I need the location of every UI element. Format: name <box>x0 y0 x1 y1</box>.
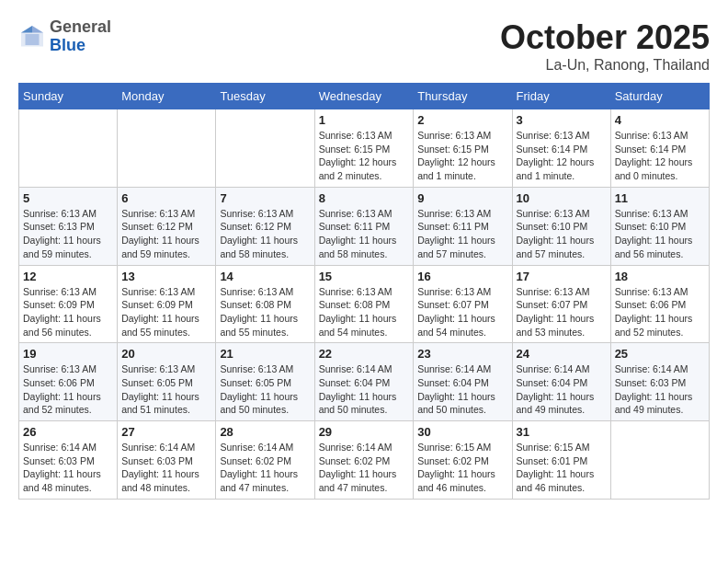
day-number: 14 <box>220 270 310 283</box>
day-info: Sunrise: 6:14 AM Sunset: 6:03 PM Dayligh… <box>23 441 113 495</box>
logo-blue-text: Blue <box>50 36 85 54</box>
day-cell: 11Sunrise: 6:13 AM Sunset: 6:10 PM Dayli… <box>610 187 709 265</box>
day-cell: 26Sunrise: 6:14 AM Sunset: 6:03 PM Dayli… <box>19 421 118 500</box>
day-cell: 7Sunrise: 6:13 AM Sunset: 6:12 PM Daylig… <box>216 187 314 265</box>
day-cell: 4Sunrise: 6:13 AM Sunset: 6:14 PM Daylig… <box>610 109 709 188</box>
day-number: 25 <box>615 347 705 361</box>
day-number: 4 <box>615 113 705 127</box>
weekday-header-friday: Friday <box>512 84 610 109</box>
day-cell: 8Sunrise: 6:13 AM Sunset: 6:11 PM Daylig… <box>314 187 414 265</box>
day-number: 26 <box>23 425 113 439</box>
day-info: Sunrise: 6:13 AM Sunset: 6:07 PM Dayligh… <box>517 285 607 339</box>
weekday-header-row: SundayMondayTuesdayWednesdayThursdayFrid… <box>19 84 710 109</box>
day-cell: 20Sunrise: 6:13 AM Sunset: 6:05 PM Dayli… <box>118 343 216 421</box>
day-info: Sunrise: 6:14 AM Sunset: 6:02 PM Dayligh… <box>220 441 310 495</box>
day-number: 24 <box>517 347 607 361</box>
day-info: Sunrise: 6:13 AM Sunset: 6:15 PM Dayligh… <box>417 129 507 183</box>
day-cell: 3Sunrise: 6:13 AM Sunset: 6:14 PM Daylig… <box>512 109 610 188</box>
day-number: 1 <box>319 113 410 127</box>
weekday-header-sunday: Sunday <box>19 84 118 109</box>
day-info: Sunrise: 6:15 AM Sunset: 6:02 PM Dayligh… <box>417 441 507 495</box>
day-info: Sunrise: 6:13 AM Sunset: 6:10 PM Dayligh… <box>615 207 705 261</box>
day-cell: 22Sunrise: 6:14 AM Sunset: 6:04 PM Dayli… <box>314 343 414 421</box>
day-cell: 16Sunrise: 6:13 AM Sunset: 6:07 PM Dayli… <box>414 265 512 343</box>
day-info: Sunrise: 6:13 AM Sunset: 6:08 PM Dayligh… <box>220 285 310 339</box>
day-number: 10 <box>517 191 607 205</box>
day-cell: 28Sunrise: 6:14 AM Sunset: 6:02 PM Dayli… <box>216 421 314 500</box>
day-cell: 14Sunrise: 6:13 AM Sunset: 6:08 PM Dayli… <box>216 265 314 343</box>
day-number: 22 <box>319 347 410 361</box>
logo-text: General Blue <box>50 18 111 55</box>
calendar-table: SundayMondayTuesdayWednesdayThursdayFrid… <box>18 83 710 500</box>
day-cell: 23Sunrise: 6:14 AM Sunset: 6:04 PM Dayli… <box>414 343 512 421</box>
day-info: Sunrise: 6:15 AM Sunset: 6:01 PM Dayligh… <box>517 441 607 495</box>
day-number: 7 <box>220 191 310 205</box>
day-info: Sunrise: 6:14 AM Sunset: 6:04 PM Dayligh… <box>417 362 507 417</box>
day-cell: 27Sunrise: 6:14 AM Sunset: 6:03 PM Dayli… <box>118 421 216 500</box>
week-row-3: 12Sunrise: 6:13 AM Sunset: 6:09 PM Dayli… <box>19 265 710 343</box>
day-cell: 15Sunrise: 6:13 AM Sunset: 6:08 PM Dayli… <box>314 265 414 343</box>
day-info: Sunrise: 6:13 AM Sunset: 6:10 PM Dayligh… <box>517 207 607 261</box>
day-number: 20 <box>121 347 211 361</box>
svg-marker-1 <box>32 26 43 33</box>
day-info: Sunrise: 6:13 AM Sunset: 6:13 PM Dayligh… <box>23 207 113 261</box>
day-info: Sunrise: 6:13 AM Sunset: 6:09 PM Dayligh… <box>23 285 113 339</box>
day-info: Sunrise: 6:13 AM Sunset: 6:06 PM Dayligh… <box>23 362 113 417</box>
day-info: Sunrise: 6:13 AM Sunset: 6:11 PM Dayligh… <box>417 207 507 261</box>
day-cell: 6Sunrise: 6:13 AM Sunset: 6:12 PM Daylig… <box>118 187 216 265</box>
weekday-header-monday: Monday <box>118 84 216 109</box>
day-number: 29 <box>319 425 410 439</box>
day-cell: 19Sunrise: 6:13 AM Sunset: 6:06 PM Dayli… <box>19 343 118 421</box>
day-info: Sunrise: 6:13 AM Sunset: 6:14 PM Dayligh… <box>517 129 607 183</box>
calendar-body: 1Sunrise: 6:13 AM Sunset: 6:15 PM Daylig… <box>19 109 710 500</box>
day-cell: 9Sunrise: 6:13 AM Sunset: 6:11 PM Daylig… <box>414 187 512 265</box>
day-cell: 31Sunrise: 6:15 AM Sunset: 6:01 PM Dayli… <box>512 421 610 500</box>
svg-marker-2 <box>21 26 32 33</box>
day-number: 28 <box>220 425 310 439</box>
day-cell: 2Sunrise: 6:13 AM Sunset: 6:15 PM Daylig… <box>414 109 512 188</box>
day-info: Sunrise: 6:13 AM Sunset: 6:11 PM Dayligh… <box>319 207 410 261</box>
weekday-header-saturday: Saturday <box>610 84 709 109</box>
day-number: 21 <box>220 347 310 361</box>
day-info: Sunrise: 6:14 AM Sunset: 6:04 PM Dayligh… <box>517 362 607 417</box>
svg-rect-3 <box>26 34 40 45</box>
logo: General Blue <box>18 18 111 55</box>
calendar-header: SundayMondayTuesdayWednesdayThursdayFrid… <box>19 84 710 109</box>
title-block: October 2025 La-Un, Ranong, Thailand <box>500 18 710 74</box>
logo-general-text: General <box>50 17 111 36</box>
day-number: 23 <box>417 347 507 361</box>
day-cell <box>216 109 314 188</box>
day-info: Sunrise: 6:13 AM Sunset: 6:12 PM Dayligh… <box>121 207 211 261</box>
week-row-1: 1Sunrise: 6:13 AM Sunset: 6:15 PM Daylig… <box>19 109 710 188</box>
day-cell: 1Sunrise: 6:13 AM Sunset: 6:15 PM Daylig… <box>314 109 414 188</box>
location-subtitle: La-Un, Ranong, Thailand <box>500 57 710 74</box>
day-info: Sunrise: 6:13 AM Sunset: 6:15 PM Dayligh… <box>319 129 410 183</box>
day-number: 8 <box>319 191 410 205</box>
day-info: Sunrise: 6:13 AM Sunset: 6:08 PM Dayligh… <box>319 285 410 339</box>
day-cell: 5Sunrise: 6:13 AM Sunset: 6:13 PM Daylig… <box>19 187 118 265</box>
day-cell <box>19 109 118 188</box>
day-number: 15 <box>319 270 410 283</box>
day-number: 3 <box>517 113 607 127</box>
day-info: Sunrise: 6:14 AM Sunset: 6:02 PM Dayligh… <box>319 441 410 495</box>
day-info: Sunrise: 6:13 AM Sunset: 6:09 PM Dayligh… <box>121 285 211 339</box>
day-number: 2 <box>417 113 507 127</box>
day-number: 5 <box>23 191 113 205</box>
week-row-5: 26Sunrise: 6:14 AM Sunset: 6:03 PM Dayli… <box>19 421 710 500</box>
day-cell <box>118 109 216 188</box>
day-number: 27 <box>121 425 211 439</box>
day-number: 11 <box>615 191 705 205</box>
day-info: Sunrise: 6:14 AM Sunset: 6:03 PM Dayligh… <box>615 362 705 417</box>
day-cell: 25Sunrise: 6:14 AM Sunset: 6:03 PM Dayli… <box>610 343 709 421</box>
day-number: 12 <box>23 270 113 283</box>
day-info: Sunrise: 6:13 AM Sunset: 6:14 PM Dayligh… <box>615 129 705 183</box>
day-number: 17 <box>517 270 607 283</box>
weekday-header-thursday: Thursday <box>414 84 512 109</box>
day-number: 13 <box>121 270 211 283</box>
week-row-2: 5Sunrise: 6:13 AM Sunset: 6:13 PM Daylig… <box>19 187 710 265</box>
day-cell: 29Sunrise: 6:14 AM Sunset: 6:02 PM Dayli… <box>314 421 414 500</box>
month-title: October 2025 <box>500 18 710 57</box>
day-cell: 24Sunrise: 6:14 AM Sunset: 6:04 PM Dayli… <box>512 343 610 421</box>
day-cell: 12Sunrise: 6:13 AM Sunset: 6:09 PM Dayli… <box>19 265 118 343</box>
day-number: 16 <box>417 270 507 283</box>
